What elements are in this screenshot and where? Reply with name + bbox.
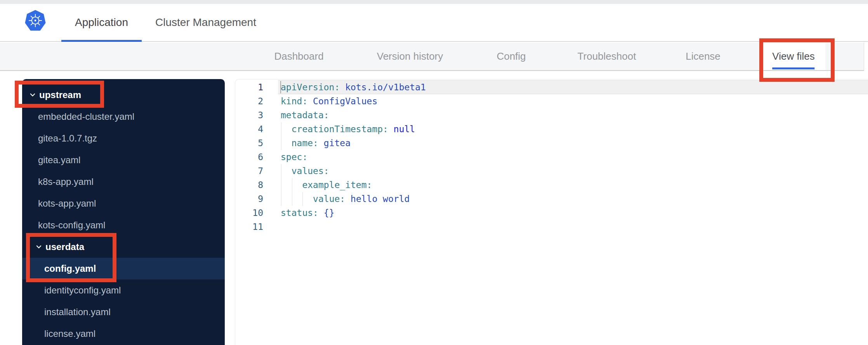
subnav-tab-troubleshoot[interactable]: Troubleshoot	[567, 43, 647, 70]
subnav-tab-view-files[interactable]: View files	[761, 43, 825, 70]
code-token: creationTimestamp:	[292, 124, 388, 134]
code-text: metadata:	[263, 108, 868, 122]
code-token: status:	[281, 208, 318, 218]
chevron-down-icon[interactable]	[29, 91, 36, 98]
code-line-1[interactable]: 1apiVersion: kots.io/v1beta1	[235, 80, 868, 94]
code-line-7[interactable]: 7 values:	[235, 164, 868, 178]
indent-guide	[281, 136, 281, 150]
top-edge-strip	[0, 0, 868, 4]
code-token	[281, 194, 313, 204]
code-token	[281, 166, 292, 176]
code-token: value:	[313, 194, 345, 204]
code-token: kots.io/v1beta1	[340, 82, 426, 92]
subnav-tab-config[interactable]: Config	[486, 43, 536, 70]
code-text: example_item:	[263, 178, 868, 192]
yaml-editor[interactable]: 1apiVersion: kots.io/v1beta12kind: Confi…	[235, 79, 868, 345]
tree-item-label: gitea.yaml	[38, 155, 80, 166]
code-token	[281, 180, 302, 190]
tree-file-license-yaml[interactable]: license.yaml	[22, 323, 225, 345]
code-text: values:	[263, 164, 868, 178]
subnav-tab-label: Dashboard	[274, 50, 323, 62]
code-token: values:	[292, 166, 329, 176]
code-token: gitea	[318, 138, 351, 148]
code-text: name: gitea	[263, 136, 868, 150]
code-line-3[interactable]: 3metadata:	[235, 108, 868, 122]
chevron-down-icon[interactable]	[35, 243, 42, 250]
code-token: ConfigValues	[307, 96, 377, 106]
indent-guide	[281, 122, 281, 136]
code-text: creationTimestamp: null	[263, 122, 868, 136]
tree-item-label: identityconfig.yaml	[44, 285, 121, 296]
line-number: 7	[235, 166, 263, 176]
subnav-tab-version-history[interactable]: Version history	[366, 43, 454, 70]
indent-guide	[292, 192, 292, 206]
code-line-2[interactable]: 2kind: ConfigValues	[235, 94, 868, 108]
tree-item-label: kots-app.yaml	[38, 198, 96, 209]
line-number: 10	[235, 208, 263, 218]
code-text: apiVersion: kots.io/v1beta1	[263, 80, 868, 94]
tree-item-label: k8s-app.yaml	[38, 176, 94, 187]
app-subnav: DashboardVersion historyConfigTroublesho…	[0, 43, 868, 71]
indent-guide	[302, 192, 303, 206]
tree-folder-upstream[interactable]: upstream	[22, 84, 225, 106]
tree-file-installation-yaml[interactable]: installation.yaml	[22, 301, 225, 323]
tree-file-k8s-app-yaml[interactable]: k8s-app.yaml	[22, 171, 225, 193]
tree-item-label: config.yaml	[44, 263, 96, 274]
code-lines: 1apiVersion: kots.io/v1beta12kind: Confi…	[235, 80, 868, 234]
indent-guide	[281, 178, 281, 192]
code-text: value: hello world	[263, 192, 868, 206]
line-number: 8	[235, 180, 263, 190]
code-line-11[interactable]: 11	[235, 220, 868, 234]
code-token: name:	[292, 138, 318, 148]
header-tab-cluster-management[interactable]: Cluster Management	[148, 4, 264, 41]
code-line-4[interactable]: 4 creationTimestamp: null	[235, 122, 868, 136]
header-tab-label: Application	[75, 16, 128, 29]
line-number: 2	[235, 96, 263, 106]
subnav-tab-label: Troubleshoot	[578, 50, 636, 62]
tree-file-embedded-cluster-yaml[interactable]: embedded-cluster.yaml	[22, 106, 225, 128]
indent-guide	[281, 164, 281, 178]
tree-file-gitea-1-0-7-tgz[interactable]: gitea-1.0.7.tgz	[22, 128, 225, 149]
code-line-8[interactable]: 8 example_item:	[235, 178, 868, 192]
text-cursor	[280, 81, 281, 93]
tree-file-kots-config-yaml[interactable]: kots-config.yaml	[22, 214, 225, 236]
tree-folder-userdata[interactable]: userdata	[22, 236, 225, 258]
code-line-9[interactable]: 9 value: hello world	[235, 192, 868, 206]
tree-file-kots-app-yaml[interactable]: kots-app.yaml	[22, 193, 225, 214]
subnav-tab-label: License	[686, 50, 720, 62]
code-token: apiVersion:	[281, 82, 340, 92]
code-token: metadata:	[281, 110, 329, 120]
line-number: 3	[235, 110, 263, 120]
code-token: null	[388, 124, 415, 134]
code-line-5[interactable]: 5 name: gitea	[235, 136, 868, 150]
tree-file-gitea-yaml[interactable]: gitea.yaml	[22, 149, 225, 171]
tree-item-label: kots-config.yaml	[38, 220, 105, 231]
kubernetes-logo-icon	[25, 10, 46, 31]
header-tab-application[interactable]: Application	[61, 4, 142, 41]
code-token: spec:	[281, 152, 307, 162]
tree-file-identityconfig-yaml[interactable]: identityconfig.yaml	[22, 279, 225, 301]
tree-item-label: embedded-cluster.yaml	[38, 111, 134, 122]
code-token	[281, 124, 292, 134]
code-text: kind: ConfigValues	[263, 94, 868, 108]
indent-guide	[292, 178, 292, 192]
line-number: 4	[235, 124, 263, 134]
tree-item-label: license.yaml	[44, 328, 95, 339]
tree-file-config-yaml[interactable]: config.yaml	[22, 258, 225, 279]
code-text	[263, 220, 868, 234]
code-token: kind:	[281, 96, 307, 106]
tree-item-label: installation.yaml	[44, 307, 111, 317]
file-tree-sidebar: upstreamembedded-cluster.yamlgitea-1.0.7…	[22, 79, 225, 345]
subnav-tab-label: Version history	[377, 50, 443, 62]
subnav-tab-license[interactable]: License	[675, 43, 731, 70]
tree-item-label: upstream	[39, 90, 81, 100]
line-number: 9	[235, 194, 263, 204]
subnav-tab-dashboard[interactable]: Dashboard	[263, 43, 334, 70]
code-line-6[interactable]: 6spec:	[235, 150, 868, 164]
line-number: 11	[235, 222, 263, 232]
scrollbar-gutter	[864, 43, 868, 71]
code-token: example_item:	[302, 180, 372, 190]
code-text: spec:	[263, 150, 868, 164]
line-number: 6	[235, 152, 263, 162]
code-line-10[interactable]: 10status: {}	[235, 206, 868, 220]
